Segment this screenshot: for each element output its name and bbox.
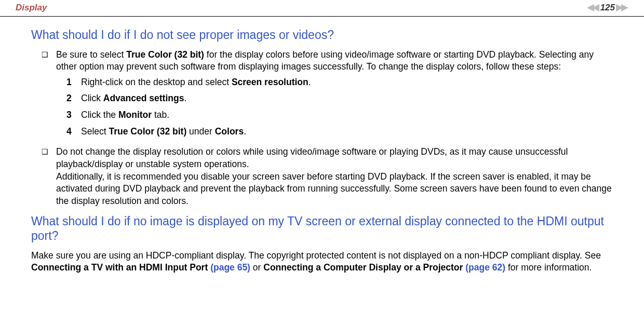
step-number: 2 [66,92,81,105]
bold-text: Monitor [118,110,152,120]
bold-text: True Color (32 bit) [126,49,204,60]
step-text: Click the Monitor tab. [81,109,613,121]
step-text: Click Advanced settings. [81,92,613,105]
text: . [308,77,311,87]
text: Select [81,126,109,137]
bold-text: Connecting a TV with an HDMI Input Port [31,262,210,273]
bullet-text: Be sure to select True Color (32 bit) fo… [56,49,613,142]
step-number: 3 [66,109,81,121]
text: or [250,262,263,273]
bullet-square-icon: ❑ [42,49,56,142]
nav-forward-arrows[interactable] [618,4,628,11]
step-item: 3 Click the Monitor tab. [66,109,613,121]
text: under [186,126,214,137]
step-text: Right-click on the desktop and select Sc… [81,76,613,89]
bold-text: Screen resolution [232,77,308,87]
step-item: 2 Click Advanced settings. [66,92,613,105]
text: Make sure you are using an HDCP-complian… [31,250,601,261]
q2-heading: What should I do if no image is displaye… [31,214,613,243]
page-content: What should I do if I do not see proper … [0,17,644,274]
page-number: 125 [600,2,615,14]
page-header: Display 125 [0,0,644,17]
step-list: 1 Right-click on the desktop and select … [56,76,613,138]
bold-text: True Color (32 bit) [109,126,187,137]
text: tab. [152,110,169,120]
step-number: 4 [66,126,81,138]
bullet-item: ❑ Be sure to select True Color (32 bit) … [31,49,613,142]
step-item: 1 Right-click on the desktop and select … [66,76,613,89]
header-right: 125 [587,2,628,14]
arrow-left-icon [592,4,599,11]
page-link[interactable]: (page 62) [465,262,505,273]
text: . [184,93,186,103]
text: Click the [81,110,118,120]
bold-text: Connecting a Computer Display or a Proje… [263,262,465,273]
step-number: 1 [66,76,81,89]
bullet-text: Do not change the display resolution or … [56,146,613,207]
text: Click [81,93,103,103]
arrow-right-icon [621,4,628,11]
paragraph: Do not change the display resolution or … [56,146,613,170]
text: Be sure to select [56,49,126,60]
text: Right-click on the desktop and select [81,77,232,87]
paragraph: Make sure you are using an HDCP-complian… [31,250,613,274]
bold-text: Advanced settings [103,93,184,103]
paragraph: Additionally, it is recommended you disa… [56,171,613,208]
text: for more information. [505,262,592,273]
text: . [244,126,246,137]
step-text: Select True Color (32 bit) under Colors. [81,126,613,138]
page-link[interactable]: (page 65) [210,262,250,273]
bullet-square-icon: ❑ [42,146,56,207]
q1-heading: What should I do if I do not see proper … [31,28,613,43]
step-item: 4 Select True Color (32 bit) under Color… [66,126,613,138]
bullet-item: ❑ Do not change the display resolution o… [31,146,613,207]
section-label: Display [16,2,47,14]
bold-text: Colors [215,126,244,137]
nav-back-arrows[interactable] [587,4,597,11]
